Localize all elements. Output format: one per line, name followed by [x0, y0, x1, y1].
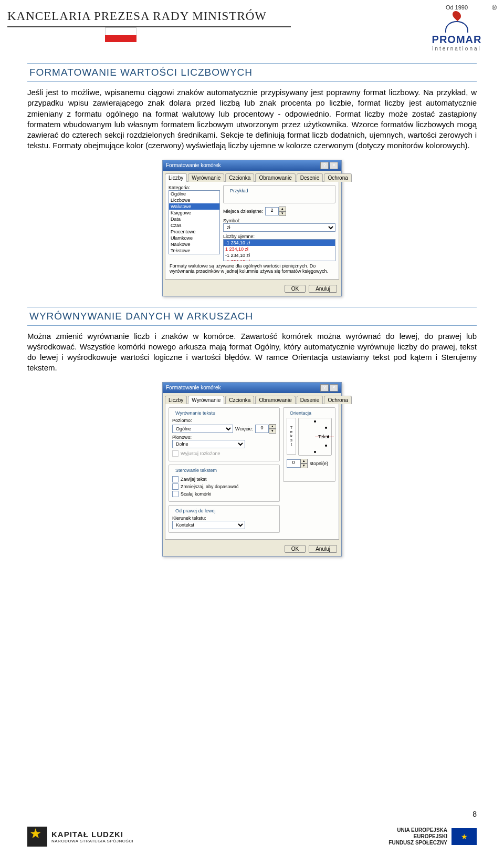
- spinner-up-icon[interactable]: ▴: [300, 459, 308, 463]
- close-icon[interactable]: ×: [330, 162, 338, 169]
- cat-naukowe[interactable]: Naukowe: [169, 241, 219, 248]
- cancel-button[interactable]: Anuluj: [309, 545, 337, 553]
- tab-desenie[interactable]: Desenie: [297, 396, 323, 404]
- ok-button[interactable]: OK: [285, 545, 306, 553]
- cat-ulamkowe[interactable]: Ułamkowe: [169, 235, 219, 241]
- header-rule: [7, 26, 291, 27]
- tab-wyrownanie[interactable]: Wyrównanie: [188, 173, 224, 182]
- cat-walutowe[interactable]: Walutowe: [169, 203, 219, 210]
- shrink-checkbox[interactable]: [172, 483, 178, 490]
- merge-checkbox[interactable]: [172, 491, 178, 497]
- tab-ochrona[interactable]: Ochrona: [324, 396, 351, 404]
- cat-tekstowe[interactable]: Tekstowe: [169, 248, 219, 254]
- flame-icon: [451, 9, 463, 22]
- eu-flag-icon: ★: [452, 828, 477, 845]
- orient-arc-label: Tekst: [318, 434, 329, 439]
- tab-obramowanie[interactable]: Obramowanie: [255, 173, 295, 182]
- sample-label: Przykład: [229, 188, 249, 193]
- cat-data[interactable]: Data: [169, 216, 219, 222]
- negnum-listbox[interactable]: -1 234,10 zł 1 234,10 zł -1 234,10 zł -1…: [223, 239, 335, 261]
- kl-title: KAPITAŁ LUDZKI: [51, 830, 133, 839]
- format-cells-dialog-numbers: Formatowanie komórek ? × Liczby Wyrównan…: [162, 160, 342, 296]
- negnum-label: Liczby ujemne:: [223, 234, 335, 239]
- pl-flag-icon: [105, 27, 136, 42]
- tab-obramowanie[interactable]: Obramowanie: [255, 396, 295, 404]
- kl-subtitle: NARODOWA STRATEGIA SPÓJNOŚCI: [51, 839, 133, 843]
- neg-item-0[interactable]: -1 234,10 zł: [224, 240, 335, 246]
- since-label: Od 1990: [420, 4, 494, 11]
- symbol-label: Symbol:: [223, 218, 335, 223]
- ue-line1: UNIA EUROPEJSKA: [388, 827, 447, 833]
- spinner-up-icon[interactable]: ▴: [279, 207, 286, 211]
- category-listbox[interactable]: Ogólne Liczbowe Walutowe Księgowe Data C…: [169, 190, 220, 254]
- ue-line3: FUNDUSZ SPOŁECZNY: [388, 840, 447, 846]
- orient-dial[interactable]: Tekst: [298, 418, 332, 456]
- decimals-value[interactable]: 2: [265, 207, 279, 215]
- dir-select[interactable]: Kontekst: [172, 521, 245, 529]
- promar-logo: ® Od 1990 PROMAR international: [420, 4, 494, 51]
- spinner-down-icon[interactable]: ▾: [269, 429, 276, 434]
- tab-liczby[interactable]: Liczby: [165, 173, 187, 182]
- wrap-label: Zawijaj tekst: [181, 477, 207, 482]
- section1-heading: FORMATOWANIE WARTOŚCI LICZBOWYCH: [27, 63, 477, 82]
- symbol-select[interactable]: zł: [223, 223, 335, 232]
- horiz-select[interactable]: Ogólne: [172, 425, 233, 433]
- ctrl-group-label: Sterowanie tekstem: [174, 468, 218, 473]
- tab-czcionka[interactable]: Czcionka: [225, 396, 254, 404]
- dialog1-title: Formatowanie komórek: [166, 162, 220, 168]
- decimals-label: Miejsca dziesiętne:: [223, 209, 263, 214]
- eu-logo: UNIA EUROPEJSKA EUROPEJSKI FUNDUSZ SPOŁE…: [388, 827, 477, 846]
- dialog1-tabs: Liczby Wyrównanie Czcionka Obramowanie D…: [163, 171, 341, 181]
- neg-item-1[interactable]: 1 234,10 zł: [224, 246, 335, 252]
- vert-select[interactable]: Dolne: [172, 440, 245, 448]
- tab-wyrownanie[interactable]: Wyrównanie: [188, 396, 224, 404]
- cat-ksiegowe[interactable]: Księgowe: [169, 210, 219, 216]
- kapital-ludzki-logo: KAPITAŁ LUDZKI NARODOWA STRATEGIA SPÓJNO…: [27, 827, 133, 847]
- spinner-up-icon[interactable]: ▴: [269, 424, 276, 429]
- cat-procentowe[interactable]: Procentowe: [169, 229, 219, 235]
- dialog1-note: Formaty walutowe są używane dla ogólnych…: [170, 263, 334, 274]
- header: KANCELARIA PREZESA RADY MINISTRÓW ® Od 1…: [0, 0, 504, 53]
- book-icon: [445, 21, 468, 33]
- cat-specjalne[interactable]: Specjalne: [169, 254, 219, 254]
- tab-ochrona[interactable]: Ochrona: [324, 173, 351, 182]
- rtl-group-label: Od prawej do lewej: [174, 508, 217, 513]
- indent-spinner[interactable]: 0 ▴▾: [255, 424, 276, 434]
- wrap-checkbox[interactable]: [172, 476, 178, 482]
- cat-liczbowe[interactable]: Liczbowe: [169, 197, 219, 203]
- kprm-title: KANCELARIA PREZESA RADY MINISTRÓW: [7, 9, 267, 23]
- tab-czcionka[interactable]: Czcionka: [225, 173, 254, 182]
- ok-button[interactable]: OK: [285, 285, 306, 293]
- help-icon[interactable]: ?: [320, 162, 329, 169]
- spinner-down-icon[interactable]: ▾: [279, 211, 286, 216]
- orient-group-label: Orientacja: [289, 410, 312, 416]
- category-label: Kategoria:: [169, 185, 220, 190]
- cancel-button[interactable]: Anuluj: [309, 285, 337, 293]
- star-icon: [27, 827, 47, 847]
- section2-heading: WYRÓWNYWANIE DANYCH W ARKUSZACH: [27, 307, 477, 326]
- section1-paragraph: Jeśli jest to możliwe, wpisanemu ciągowi…: [27, 87, 477, 151]
- shrink-label: Zmniejszaj, aby dopasować: [181, 484, 239, 489]
- cat-czas[interactable]: Czas: [169, 222, 219, 229]
- format-cells-dialog-alignment: Formatowanie komórek ? × Liczby Wyrównan…: [162, 382, 342, 557]
- indent-value[interactable]: 0: [255, 425, 269, 433]
- justify-label: Wyjustuj rozłożone: [181, 451, 220, 456]
- cat-ogolne[interactable]: Ogólne: [169, 191, 219, 197]
- tab-desenie[interactable]: Desenie: [297, 173, 323, 182]
- dir-label: Kierunek tekstu:: [172, 516, 276, 521]
- tab-liczby[interactable]: Liczby: [165, 396, 187, 404]
- neg-item-2[interactable]: -1 234,10 zł: [224, 252, 335, 259]
- page-number: 8: [472, 810, 477, 818]
- close-icon[interactable]: ×: [330, 384, 338, 392]
- degrees-value[interactable]: 0: [287, 459, 300, 468]
- ue-line2: EUROPEJSKI: [388, 833, 447, 840]
- degrees-unit: stopni(e): [310, 461, 328, 466]
- spinner-down-icon[interactable]: ▾: [300, 463, 308, 468]
- help-icon[interactable]: ?: [320, 384, 329, 392]
- neg-item-3[interactable]: -1 234,10 zł: [224, 259, 335, 261]
- orient-vertical-text[interactable]: Tekst: [287, 418, 296, 455]
- dialog2-wrap: Formatowanie komórek ? × Liczby Wyrównan…: [0, 382, 504, 557]
- decimals-spinner[interactable]: 2 ▴▾: [265, 207, 286, 216]
- degrees-spinner[interactable]: 0 ▴▾: [287, 459, 308, 468]
- horiz-label: Poziomo:: [172, 418, 276, 423]
